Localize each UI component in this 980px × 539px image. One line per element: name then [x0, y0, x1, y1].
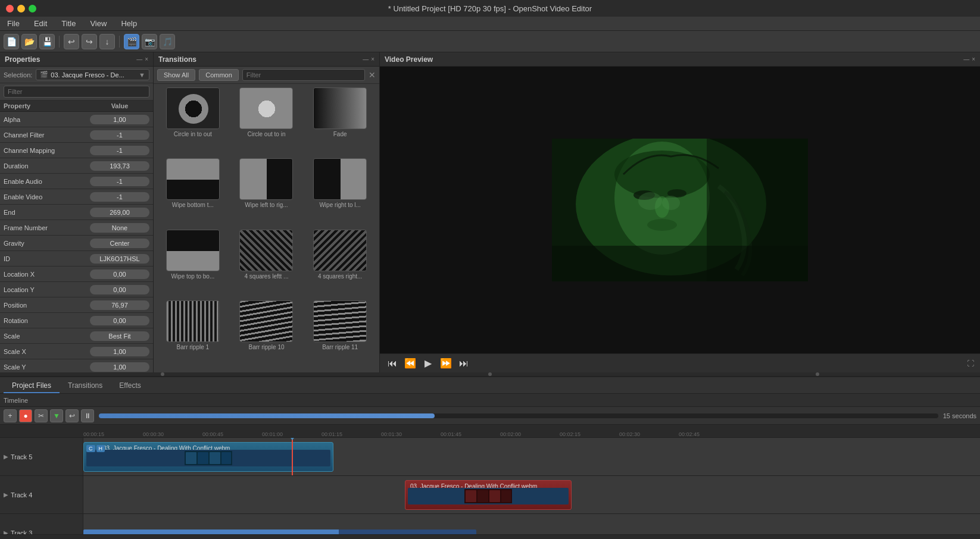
clip-badge-c: C [86, 445, 95, 452]
track-4-content[interactable]: 03. Jacque Fresco - Dealing With Conflic… [83, 476, 980, 513]
timeline-fwd-button[interactable]: ⏸ [81, 409, 94, 422]
selection-value[interactable]: 🎬 03. Jacque Fresco - De... ▼ [36, 69, 149, 80]
clip-track4-0[interactable]: 03. Jacque Fresco - Dealing With Conflic… [405, 480, 572, 510]
timeline-record-button[interactable]: ● [19, 409, 32, 422]
transition-barr11[interactable]: Barr ripple 11 [304, 300, 376, 369]
prop-value-6[interactable]: 269,00 [90, 208, 149, 217]
transitions-panel: Transitions — × Show All Common ✕ Circle… [154, 52, 380, 372]
transition-4sq-right[interactable]: 4 squares right... [304, 230, 376, 298]
transition-wipe-bottom[interactable]: Wipe bottom t... [157, 158, 229, 227]
transition-fade[interactable]: Fade [304, 87, 376, 156]
prop-value-9[interactable]: LJK6O17HSL [90, 254, 149, 264]
open-button[interactable]: 📂 [21, 34, 37, 49]
prop-value-2[interactable]: -1 [90, 146, 149, 155]
menu-edit[interactable]: Edit [32, 18, 49, 29]
prop-value-11[interactable]: 0,00 [90, 285, 149, 294]
transition-barr1[interactable]: Barr ripple 1 [157, 300, 229, 369]
transition-circle-out-in[interactable]: Circle out to in [231, 87, 302, 156]
minimize-button[interactable] [17, 5, 25, 12]
selection-label: Selection: [4, 71, 32, 79]
transitions-filter-input[interactable] [242, 69, 365, 81]
track-4-collapse[interactable]: ▶ [4, 491, 8, 498]
properties-filter-input[interactable] [4, 86, 149, 98]
transition-wipe-right[interactable]: Wipe right to l... [304, 158, 376, 227]
prop-value-1[interactable]: -1 [90, 130, 149, 140]
clip-track5-0[interactable]: C H 03. Jacque Fresco - Dealing With Con… [83, 442, 333, 472]
menu-view[interactable]: View [88, 18, 109, 29]
timeline-cut-button[interactable]: ✂ [35, 409, 48, 422]
properties-list: Alpha 1,00 Channel Filter -1 Channel Map… [0, 112, 153, 372]
clip-thumb-svg [185, 451, 232, 465]
prop-value-5[interactable]: -1 [90, 192, 149, 202]
video-mode-button[interactable]: 🎬 [124, 34, 139, 49]
prop-value-4[interactable]: -1 [90, 177, 149, 186]
prop-name-13: Rotation [4, 317, 90, 324]
video-minimize-btn[interactable]: — [963, 56, 969, 62]
timeline-back-button[interactable]: ↩ [65, 409, 79, 422]
track-5-collapse[interactable]: ▶ [4, 453, 8, 460]
tab-transitions[interactable]: Transitions [60, 379, 111, 393]
transition-4sq-left[interactable]: 4 squares leftt ... [231, 230, 302, 298]
menu-file[interactable]: File [5, 18, 22, 29]
skip-start-button[interactable]: ⏮ [386, 357, 399, 370]
timeline-playhead-scrubber[interactable] [99, 413, 938, 418]
prop-row-scale-x: Scale X 1,00 [0, 344, 153, 359]
tab-project-files[interactable]: Project Files [4, 379, 60, 393]
next-frame-button[interactable]: ⏩ [439, 357, 452, 370]
video-panel-title: Video Preview [385, 55, 433, 64]
transitions-minimize-btn[interactable]: — [363, 56, 369, 62]
prop-value-7[interactable]: None [90, 223, 149, 233]
track-row-5: ▶ Track 5 C H 03. Jacque Fresco - Deal [0, 438, 980, 476]
close-button[interactable] [6, 5, 14, 12]
prop-row-location-x: Location X 0,00 [0, 267, 153, 282]
prop-value-10[interactable]: 0,00 [90, 270, 149, 279]
skip-end-button[interactable]: ⏭ [457, 357, 470, 370]
transition-label-6: Wipe top to bo... [171, 273, 214, 280]
properties-minimize-btn[interactable]: — [136, 56, 142, 62]
prop-value-13[interactable]: 0,00 [90, 316, 149, 325]
fullscreen-button[interactable]: ⛶ [967, 359, 974, 368]
show-all-button[interactable]: Show All [157, 69, 195, 81]
prop-value-12[interactable]: 76,97 [90, 300, 149, 310]
video-frame [552, 139, 808, 281]
transitions-close-btn[interactable]: × [371, 56, 374, 62]
project-tabs: Project Files Transitions Effects [0, 377, 980, 394]
import-button[interactable]: ↓ [99, 34, 115, 49]
redo-button[interactable]: ↪ [82, 34, 97, 49]
selection-text: 03. Jacque Fresco - De... [51, 71, 124, 79]
properties-close-btn[interactable]: × [145, 56, 148, 62]
video-svg [552, 139, 808, 281]
timeline-tracks: ▶ Track 5 C H 03. Jacque Fresco - Deal [0, 438, 980, 539]
prop-value-15[interactable]: 1,00 [90, 347, 149, 356]
play-button[interactable]: ▶ [422, 357, 435, 370]
prop-value-3[interactable]: 193,73 [90, 161, 149, 171]
transition-wipe-top[interactable]: Wipe top to bo... [157, 230, 229, 298]
transition-label-10: Barr ripple 10 [248, 344, 284, 350]
video-controls: ⏮ ⏪ ▶ ⏩ ⏭ ⛶ [380, 353, 980, 372]
transition-barr10[interactable]: Barr ripple 10 [231, 300, 302, 369]
new-button[interactable]: 📄 [4, 34, 19, 49]
prop-value-16[interactable]: 1,00 [90, 362, 149, 372]
prop-row-location-y: Location Y 0,00 [0, 282, 153, 297]
timeline-header-row: Timeline [0, 394, 980, 407]
prev-frame-button[interactable]: ⏪ [404, 357, 417, 370]
transition-circle-in-out[interactable]: Circle in to out [157, 87, 229, 156]
common-button[interactable]: Common [199, 69, 239, 81]
prop-value-14[interactable]: Best Fit [90, 331, 149, 341]
undo-button[interactable]: ↩ [64, 34, 79, 49]
menu-title[interactable]: Title [59, 18, 78, 29]
save-button[interactable]: 💾 [39, 34, 55, 49]
video-close-btn[interactable]: × [972, 56, 975, 62]
timeline-align-button[interactable]: ▼ [50, 409, 63, 422]
transition-wipe-left[interactable]: Wipe left to rig... [231, 158, 302, 227]
prop-value-0[interactable]: 1,00 [90, 115, 149, 124]
prop-value-8[interactable]: Center [90, 239, 149, 248]
menu-help[interactable]: Help [118, 18, 139, 29]
maximize-button[interactable] [29, 5, 36, 12]
audio-button[interactable]: 🎵 [160, 34, 175, 49]
track-5-content[interactable]: C H 03. Jacque Fresco - Dealing With Con… [83, 438, 980, 475]
timeline-add-track-button[interactable]: + [4, 409, 17, 422]
camera-button[interactable]: 📷 [142, 34, 157, 49]
filter-clear-icon[interactable]: ✕ [369, 70, 376, 80]
tab-effects[interactable]: Effects [111, 379, 149, 393]
